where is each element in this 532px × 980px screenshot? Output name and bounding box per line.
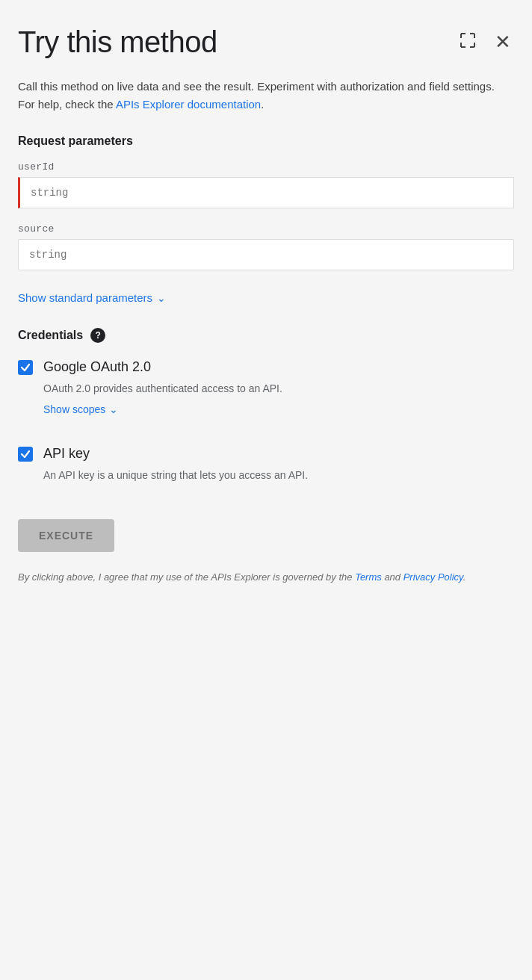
- userid-label: userId: [18, 161, 514, 173]
- show-standard-params-chevron: ⌄: [157, 292, 166, 304]
- source-input[interactable]: [18, 239, 514, 270]
- close-icon: ✕: [495, 31, 511, 53]
- show-standard-params-button[interactable]: Show standard parameters ⌄: [18, 291, 166, 304]
- show-scopes-button[interactable]: Show scopes ⌄: [43, 403, 118, 415]
- privacy-policy-link[interactable]: Privacy Policy: [403, 571, 463, 583]
- checkmark-icon: [20, 362, 31, 373]
- expand-button[interactable]: [456, 28, 480, 55]
- apikey-credential-item: API key An API key is a unique string th…: [18, 446, 514, 483]
- credentials-header: Credentials ?: [18, 328, 514, 343]
- credentials-help-icon[interactable]: ?: [90, 328, 105, 343]
- apikey-credential-row: API key: [18, 446, 514, 462]
- expand-icon: [459, 31, 477, 49]
- show-standard-params-label: Show standard parameters: [18, 291, 152, 304]
- oauth-credential-item: Google OAuth 2.0 OAuth 2.0 provides auth…: [18, 359, 514, 416]
- request-params-section: Request parameters userId source: [18, 134, 514, 270]
- request-params-title: Request parameters: [18, 134, 514, 148]
- credentials-title: Credentials: [18, 329, 83, 342]
- panel-header: Try this method ✕: [18, 24, 514, 60]
- terms-link[interactable]: Terms: [355, 571, 382, 583]
- apikey-description: An API key is a unique string that lets …: [43, 468, 514, 483]
- show-scopes-label: Show scopes: [43, 403, 105, 415]
- oauth-credential-row: Google OAuth 2.0: [18, 359, 514, 375]
- userid-field-group: userId: [18, 161, 514, 208]
- apis-explorer-link[interactable]: APIs Explorer documentation: [116, 98, 261, 111]
- apikey-checkmark-icon: [20, 449, 31, 459]
- apikey-name: API key: [43, 446, 90, 462]
- terms-text: By clicking above, I agree that my use o…: [18, 570, 514, 586]
- source-field-group: source: [18, 223, 514, 270]
- try-this-method-panel: Try this method ✕ Call this method on li…: [0, 0, 532, 980]
- header-icons: ✕: [456, 28, 514, 55]
- oauth-description: OAuth 2.0 provides authenticated access …: [43, 381, 514, 397]
- description-text: Call this method on live data and see th…: [18, 78, 514, 114]
- apikey-checkbox[interactable]: [18, 447, 33, 462]
- oauth-checkbox[interactable]: [18, 360, 33, 375]
- oauth-name: Google OAuth 2.0: [43, 359, 151, 375]
- show-scopes-chevron: ⌄: [109, 403, 118, 415]
- userid-input[interactable]: [18, 177, 514, 208]
- panel-title: Try this method: [18, 24, 217, 60]
- close-button[interactable]: ✕: [492, 29, 514, 55]
- execute-button[interactable]: EXECUTE: [18, 519, 114, 552]
- source-label: source: [18, 223, 514, 235]
